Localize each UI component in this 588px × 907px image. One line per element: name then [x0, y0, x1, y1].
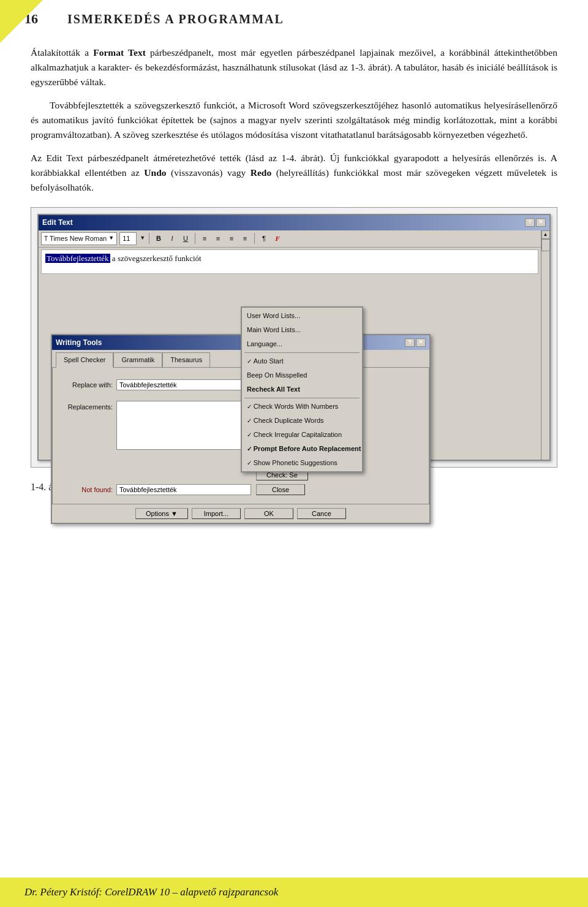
close-button[interactable]: ✕ — [536, 218, 546, 227]
paragraph-2: Továbbfejlesztették a szövegszerkesztő f… — [31, 98, 557, 142]
toolbar-separator-3 — [254, 233, 255, 244]
paragraph-mark-button[interactable]: ¶ — [258, 232, 270, 245]
rest-text: a szövegszerkesztő funkciót — [110, 254, 202, 263]
menu-item-phonetic[interactable]: Show Phonetic Suggestions — [242, 456, 362, 470]
replace-with-label: Replace with: — [58, 380, 113, 390]
align-right-button[interactable]: ≡ — [226, 232, 237, 245]
menu-item-language[interactable]: Language... — [242, 337, 362, 351]
bold-button[interactable]: B — [153, 232, 164, 245]
dialogs-area: Writing Tools ? ✕ Spell Checker Grammati… — [39, 276, 541, 460]
header-bar: 16 ISMERKEDÉS A PROGRAMMAL — [0, 0, 588, 33]
font-color-button[interactable]: F — [272, 232, 283, 245]
align-left-button[interactable]: ≡ — [199, 232, 210, 245]
dropdown-sep-2 — [244, 398, 360, 398]
scroll-up-arrow[interactable]: ▲ — [541, 230, 550, 239]
wt-titlebar-buttons: ? ✕ — [405, 338, 426, 347]
menu-item-prompt-auto[interactable]: Prompt Before Auto Replacement — [242, 442, 362, 456]
replace-with-input[interactable] — [116, 379, 251, 390]
tab-spell-checker[interactable]: Spell Checker — [56, 352, 113, 368]
dropdown-sep-1 — [244, 352, 360, 353]
not-found-input[interactable] — [116, 484, 251, 495]
not-found-label: Not found: — [58, 485, 113, 495]
menu-item-user-word-lists[interactable]: User Word Lists... — [242, 309, 362, 323]
bottom-buttons-row: Options ▼ Import... OK Cance — [52, 504, 429, 523]
paragraph-1: Átalakították a Format Text párbeszédpan… — [31, 45, 557, 89]
paragraph-3: Az Edit Text párbeszédpanelt átméretezhe… — [31, 151, 557, 195]
scroll-thumb[interactable] — [541, 239, 550, 251]
close-wt-button[interactable]: Close — [256, 484, 305, 495]
ok-button[interactable]: OK — [244, 508, 293, 519]
menu-item-check-caps[interactable]: Check Irregular Capitalization — [242, 428, 362, 442]
font-name: Times New Roman — [50, 233, 107, 244]
dialog-body: T Times New Roman ▼ 11 ▼ B I U ≡ ≡ ≡ — [39, 230, 549, 460]
menu-item-recheck[interactable]: Recheck All Text — [242, 382, 362, 397]
not-found-row: Not found: Close — [58, 484, 424, 495]
menu-item-auto-start[interactable]: Auto Start — [242, 354, 362, 368]
import-button[interactable]: Import... — [192, 508, 241, 519]
align-center-button[interactable]: ≡ — [213, 232, 224, 245]
italic-button[interactable]: I — [167, 232, 178, 245]
screenshot-container: Edit Text ? ✕ T Times New Roman ▼ 11 — [31, 207, 557, 468]
corner-accent — [0, 0, 43, 43]
toolbar-separator-1 — [149, 233, 149, 244]
menu-item-main-word-lists[interactable]: Main Word Lists... — [242, 323, 362, 337]
toolbar-area: T Times New Roman ▼ 11 ▼ B I U ≡ ≡ ≡ — [39, 230, 541, 248]
dialog-titlebar: Edit Text ? ✕ — [39, 215, 549, 230]
menu-item-check-duplicate[interactable]: Check Duplicate Words — [242, 414, 362, 428]
tab-grammatik[interactable]: Grammatik — [113, 352, 162, 367]
font-selector[interactable]: T Times New Roman ▼ — [41, 232, 117, 245]
edit-text-dialog: Edit Text ? ✕ T Times New Roman ▼ 11 — [37, 214, 551, 461]
menu-item-check-numbers[interactable]: Check Words With Numbers — [242, 400, 362, 414]
justify-button[interactable]: ≡ — [239, 232, 251, 245]
font-size[interactable]: 11 — [119, 232, 137, 245]
text-area-display[interactable]: Továbbfejlesztették a szövegszerkesztő f… — [41, 249, 538, 274]
wt-close-button[interactable]: ✕ — [416, 338, 426, 347]
wt-help-button[interactable]: ? — [405, 338, 415, 347]
toolbar-separator-2 — [195, 233, 195, 244]
options-main-button[interactable]: Options ▼ — [135, 508, 188, 519]
menu-item-beep[interactable]: Beep On Misspelled — [242, 368, 362, 382]
header-title: ISMERKEDÉS A PROGRAMMAL — [67, 12, 284, 26]
replacements-label: Replacements: — [58, 401, 113, 412]
replacements-box[interactable] — [116, 401, 251, 450]
dialog-title: Edit Text — [42, 217, 73, 229]
writing-tools-title: Writing Tools — [56, 337, 102, 349]
font-size-arrow[interactable]: ▼ — [140, 234, 145, 243]
dialog-titlebar-buttons: ? ✕ — [525, 218, 546, 227]
cancel-button[interactable]: Cance — [297, 508, 346, 519]
buttons-col-4: Close — [256, 484, 305, 495]
options-dropdown-menu: User Word Lists... Main Word Lists... La… — [241, 306, 363, 473]
footer-text: Dr. Pétery Kristóf: CorelDRAW 10 – alapv… — [24, 886, 278, 898]
scrollbar[interactable]: ▲ — [541, 230, 549, 460]
page-footer: Dr. Pétery Kristóf: CorelDRAW 10 – alapv… — [0, 878, 588, 907]
highlighted-text: Továbbfejlesztették — [45, 254, 110, 263]
dialog-main: T Times New Roman ▼ 11 ▼ B I U ≡ ≡ ≡ — [39, 230, 541, 460]
underline-button[interactable]: U — [180, 232, 191, 245]
help-button[interactable]: ? — [525, 218, 535, 227]
tab-thesaurus[interactable]: Thesaurus — [162, 352, 210, 367]
main-content: Átalakították a Format Text párbeszédpan… — [0, 33, 588, 516]
